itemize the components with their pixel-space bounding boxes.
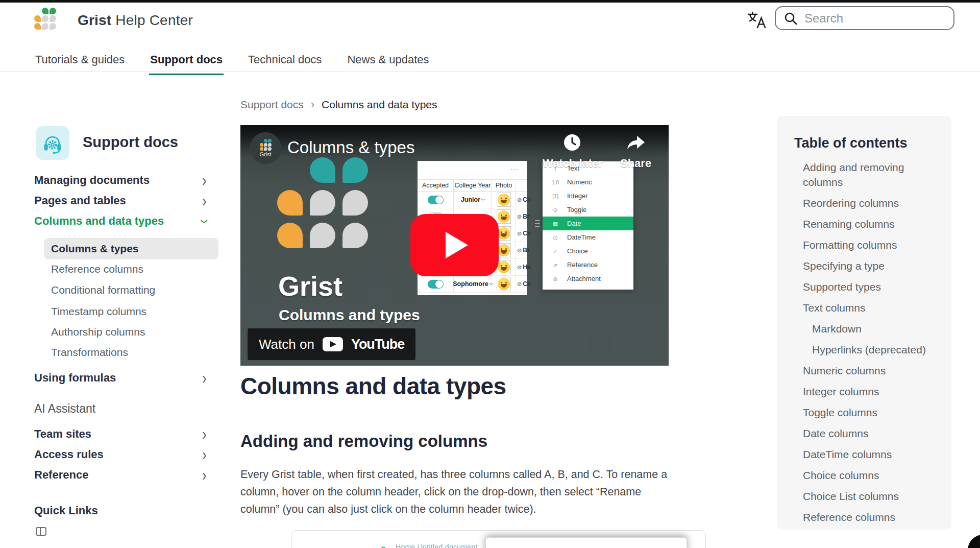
site-title-rest: Help Center	[111, 12, 193, 28]
paperclip-icon: ⊘	[517, 197, 522, 203]
paperclip-icon: ⊘	[517, 264, 522, 271]
watch-later-label[interactable]: Watch later	[540, 157, 606, 170]
chevron-right-icon: ›	[202, 171, 207, 190]
quick-link-window-icon	[36, 527, 46, 536]
sidebar-item-ai-assistant[interactable]: AI Assistant	[34, 399, 218, 418]
video-title[interactable]: Columns & types	[287, 138, 414, 157]
toc-item-toggle-columns[interactable]: Toggle columns	[803, 405, 938, 420]
hero-subtitle: Columns and types	[279, 306, 420, 324]
breadcrumb-separator-icon: ›	[311, 98, 314, 111]
sidebar-item-columns-and-data-types[interactable]: Columns and data types ›	[34, 212, 218, 230]
toc-item-renaming[interactable]: Renaming columns	[803, 217, 938, 231]
play-button[interactable]	[410, 214, 499, 276]
breadcrumb-parent[interactable]: Support docs	[240, 99, 304, 111]
toc-item-choice-list-columns[interactable]: Choice List columns	[803, 489, 938, 504]
watch-later-icon[interactable]	[562, 133, 582, 152]
channel-avatar[interactable]: Grist	[250, 132, 281, 164]
emoji-face-icon	[498, 194, 510, 206]
sidebar-item-team-sites[interactable]: Team sites ›	[34, 425, 218, 443]
youtube-video-embed[interactable]: Grist Columns & types Watch later Share …	[240, 125, 669, 366]
toc-item-integer-columns[interactable]: Integer columns	[803, 384, 938, 399]
menu-item-attachment: ⊘ Attachment	[543, 272, 633, 285]
paperclip-icon: ⊘	[517, 247, 522, 254]
table-header-row: Accepted College Year Photo	[418, 179, 527, 192]
floating-widget-button[interactable]	[968, 535, 980, 548]
photo-cell	[497, 277, 511, 291]
channel-name: Grist	[259, 151, 271, 157]
toggle-on	[428, 280, 444, 289]
headset-gear-icon	[41, 132, 64, 154]
panel-drag-handle-icon	[535, 220, 540, 227]
section-heading: Adding and removing columns	[240, 432, 487, 451]
sidebar-item-pages-and-tables[interactable]: Pages and tables ›	[34, 192, 218, 210]
search-input[interactable]	[804, 11, 942, 26]
numeric-type-icon: 1.0	[550, 179, 561, 185]
support-docs-icon	[36, 126, 69, 160]
leaf-icon	[34, 23, 41, 30]
leaf-icon	[50, 23, 56, 30]
chevron-right-icon: ›	[202, 445, 207, 465]
toc-item-choice-columns[interactable]: Choice columns	[803, 468, 938, 483]
sidebar-subitem-columns-types[interactable]: Columns & types	[51, 240, 204, 257]
leaf-icon	[34, 15, 41, 22]
sidebar-subitem-conditional-formatting[interactable]: Conditional formatting	[51, 281, 204, 299]
caret-icon: ›	[479, 199, 488, 201]
translate-icon[interactable]	[746, 10, 768, 30]
chevron-right-icon: ›	[202, 424, 207, 444]
watch-on-youtube-button[interactable]: Watch on YouTube	[248, 328, 415, 360]
toc-item-adding-removing[interactable]: Adding and removing columns	[803, 160, 938, 189]
toc-item-formatting[interactable]: Formatting columns	[803, 237, 938, 252]
menu-item-reference: ⇗ Reference	[543, 258, 633, 272]
caret-up-icon: ›	[377, 546, 388, 548]
toc-item-datetime-columns[interactable]: DateTime columns	[803, 447, 938, 462]
leaf-icon	[42, 15, 48, 22]
sidebar-item-managing-documents[interactable]: Managing documents ›	[34, 171, 218, 189]
tab-news-updates[interactable]: News & updates	[346, 49, 430, 75]
emoji-face-icon	[498, 227, 510, 240]
photo-cell	[497, 260, 511, 274]
leaf-icon	[42, 8, 48, 14]
paperclip-icon: ⊘	[550, 276, 561, 282]
sidebar-subitem-reference-columns[interactable]: Reference columns	[51, 260, 204, 278]
chevron-right-icon: ›	[202, 368, 207, 388]
toc-item-date-columns[interactable]: Date columns	[803, 426, 938, 441]
toc-item-reference-columns[interactable]: Reference columns	[803, 510, 938, 525]
paperclip-icon: ⊘	[517, 213, 522, 220]
sidebar-subitem-timestamp-columns[interactable]: Timestamp columns	[51, 303, 204, 320]
sidebar-item-reference[interactable]: Reference ›	[34, 466, 218, 484]
sidebar-subitem-authorship-columns[interactable]: Authorship columns	[51, 323, 204, 341]
paperclip-icon: ⊘	[517, 230, 522, 237]
tab-support-docs[interactable]: Support docs	[149, 49, 224, 75]
search-box[interactable]	[775, 6, 954, 30]
menu-item-integer: [1] Integer	[543, 189, 633, 203]
photo-cell	[497, 193, 511, 207]
table-row: Sophomore› ⊘Co	[418, 276, 527, 293]
toc-item-hyperlinks[interactable]: Hyperlinks (deprecated)	[803, 342, 938, 357]
tab-technical-docs[interactable]: Technical docs	[247, 49, 323, 75]
toc-item-numeric-columns[interactable]: Numeric columns	[803, 363, 938, 378]
sidebar-item-access-rules[interactable]: Access rules ›	[34, 445, 218, 464]
tab-tutorials-guides[interactable]: Tutorials & guides	[34, 49, 126, 75]
table-of-contents-panel: Table of contents Adding and removing co…	[777, 116, 951, 530]
hero-title: Grist	[278, 270, 342, 302]
site-title[interactable]: Grist Help Center	[78, 12, 193, 29]
sidebar-item-quick-links[interactable]: Quick Links	[34, 502, 218, 520]
search-icon	[783, 11, 798, 26]
sidebar-subitem-transformations[interactable]: Transformations	[51, 344, 204, 361]
sidebar-item-using-formulas[interactable]: Using formulas ›	[34, 369, 218, 387]
share-label[interactable]: Share	[620, 157, 651, 170]
calendar-icon: ▦	[550, 221, 561, 227]
toc-item-markdown[interactable]: Markdown	[803, 321, 938, 336]
toc-item-supported-types[interactable]: Supported types	[803, 279, 938, 294]
toc-item-text-columns[interactable]: Text columns	[803, 300, 938, 315]
photo-cell	[497, 226, 511, 241]
toc-item-specifying-type[interactable]: Specifying a type	[803, 258, 938, 273]
page: Grist Help Center Tutorials & guides Sup…	[0, 0, 980, 548]
caret-icon: ›	[487, 283, 496, 285]
youtube-logo-icon	[323, 337, 343, 351]
grist-logo[interactable]	[34, 8, 56, 30]
toc-item-reordering[interactable]: Reordering columns	[803, 196, 938, 210]
share-icon[interactable]	[624, 132, 647, 152]
leaf-icon	[42, 23, 48, 30]
sidebar-section-title: Support docs	[83, 134, 178, 151]
